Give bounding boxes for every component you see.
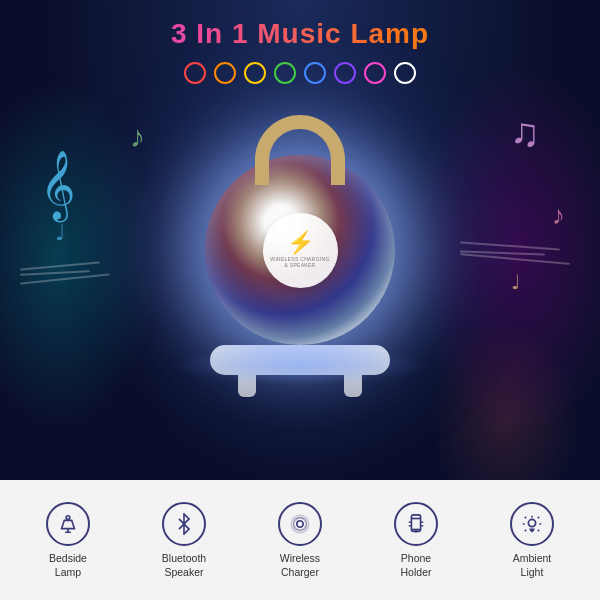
charging-label: WIRELESS CHARGING& SPEAKER [270, 256, 329, 269]
bedside-lamp-label: BedsideLamp [49, 552, 87, 579]
color-green[interactable] [274, 62, 296, 84]
lamp-handle [255, 115, 345, 185]
product-image: ⚡ WIRELESS CHARGING& SPEAKER [150, 95, 450, 435]
music-note-right-mid: ♪ [552, 200, 565, 231]
charging-pad: ⚡ WIRELESS CHARGING& SPEAKER [263, 213, 338, 288]
music-note-left-small: ♩ [55, 220, 65, 246]
staff-lines-right [460, 240, 580, 280]
bluetooth-icon [162, 502, 206, 546]
feature-ambient-light: AmbientLight [474, 502, 590, 579]
ambient-light-label: AmbientLight [513, 552, 552, 579]
product-title: 3 In 1 Music Lamp [0, 18, 600, 50]
features-bar: BedsideLamp BluetoothSpeaker WirelessCha… [0, 480, 600, 600]
svg-point-4 [416, 531, 417, 532]
color-purple[interactable] [334, 62, 356, 84]
music-note-right-big: ♫ [510, 110, 540, 155]
feature-wireless-charger: WirelessCharger [242, 502, 358, 579]
feature-phone-holder: PhoneHolder [358, 502, 474, 579]
lamp-floor-glow [175, 345, 425, 385]
color-orange[interactable] [214, 62, 236, 84]
color-red[interactable] [184, 62, 206, 84]
main-container: 3 In 1 Music Lamp 𝄞 ♪ ♩ ♫ ♪ ♩ [0, 0, 600, 600]
color-yellow[interactable] [244, 62, 266, 84]
bolt-icon: ⚡ [287, 232, 314, 254]
color-white[interactable] [394, 62, 416, 84]
music-note-left-mid: ♪ [130, 120, 145, 154]
wireless-charger-icon [278, 502, 322, 546]
wireless-charger-label: WirelessCharger [280, 552, 320, 579]
svg-point-0 [66, 516, 70, 520]
phone-holder-icon [394, 502, 438, 546]
color-selector [0, 62, 600, 84]
lamp-body: ⚡ WIRELESS CHARGING& SPEAKER [190, 125, 410, 405]
color-pink[interactable] [364, 62, 386, 84]
ambient-light-icon [510, 502, 554, 546]
svg-point-9 [528, 520, 535, 527]
treble-clef-icon: 𝄞 [40, 150, 75, 220]
feature-bedside-lamp: BedsideLamp [10, 502, 126, 579]
color-blue[interactable] [304, 62, 326, 84]
staff-lines-left [20, 260, 120, 300]
bedside-lamp-icon [46, 502, 90, 546]
feature-bluetooth-speaker: BluetoothSpeaker [126, 502, 242, 579]
phone-holder-label: PhoneHolder [401, 552, 432, 579]
bluetooth-speaker-label: BluetoothSpeaker [162, 552, 206, 579]
